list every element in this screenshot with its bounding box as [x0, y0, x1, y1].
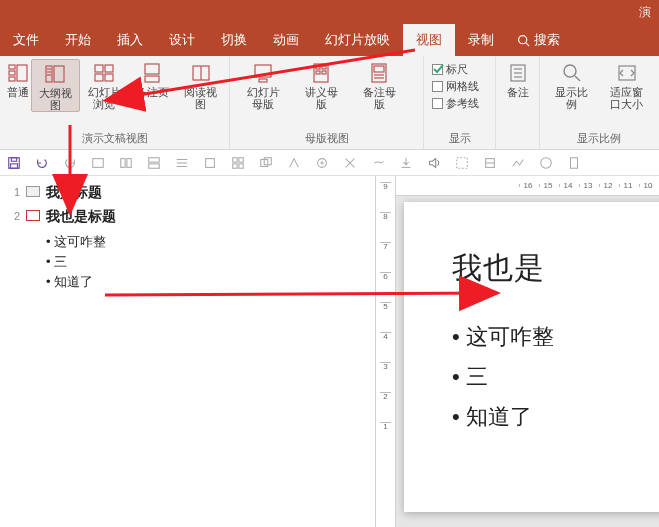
qat-btn-8[interactable]	[202, 155, 218, 171]
notes-master-button[interactable]: 备注母版	[350, 59, 408, 110]
qat-btn-15[interactable]	[398, 155, 414, 171]
svg-rect-24	[322, 71, 326, 74]
svg-rect-3	[9, 71, 15, 75]
svg-rect-37	[11, 157, 16, 161]
view-reading-button[interactable]: 阅读视图	[177, 59, 225, 110]
menu-home[interactable]: 开始	[52, 24, 104, 56]
zoom-button[interactable]: 显示比例	[544, 59, 599, 110]
svg-rect-13	[95, 74, 103, 81]
outline-bullet[interactable]: • 这可咋整	[46, 232, 365, 252]
ribbon-group-master-views: 幻灯片母版 讲义母版 备注母版 母版视图	[230, 56, 424, 149]
ruler-checkbox[interactable]: 标尺	[432, 62, 479, 77]
slide-area: 16 15 14 13 12 11 10 我也是 这可咋整 三 知道了	[396, 176, 659, 527]
svg-rect-22	[322, 66, 326, 69]
svg-rect-4	[9, 77, 15, 81]
fit-window-icon	[617, 63, 637, 83]
svg-rect-51	[239, 163, 243, 167]
reading-view-icon	[191, 63, 211, 83]
slide-bullet[interactable]: 三	[452, 357, 659, 397]
menu-insert[interactable]: 插入	[104, 24, 156, 56]
checkbox-icon	[432, 81, 443, 92]
view-notes-page-button[interactable]: 备注页	[128, 59, 176, 98]
qat-btn-12[interactable]	[314, 155, 330, 171]
svg-rect-35	[619, 66, 635, 80]
outline-item-1[interactable]: 1 我是标题	[10, 184, 365, 202]
menu-animations[interactable]: 动画	[260, 24, 312, 56]
qat-btn-5[interactable]	[118, 155, 134, 171]
qat-btn-13[interactable]	[342, 155, 358, 171]
slide-canvas[interactable]: 我也是 这可咋整 三 知道了	[404, 202, 659, 512]
slide-title[interactable]: 我也是	[452, 248, 659, 289]
group-label-show: 显示	[428, 129, 491, 149]
undo-button[interactable]	[34, 155, 50, 171]
horizontal-ruler: 16 15 14 13 12 11 10	[396, 176, 659, 196]
sound-button[interactable]	[426, 155, 442, 171]
save-button[interactable]	[6, 155, 22, 171]
outline-item-2[interactable]: 2 我也是标题	[10, 208, 365, 226]
svg-rect-18	[255, 65, 271, 77]
qat-btn-11[interactable]	[286, 155, 302, 171]
search-icon	[517, 34, 530, 47]
slide-bullet[interactable]: 这可咋整	[452, 317, 659, 357]
search-box[interactable]: 搜索	[507, 24, 560, 56]
view-slide-sorter-button[interactable]: 幻灯片浏览	[80, 59, 128, 110]
handout-master-button[interactable]: 讲义母版	[292, 59, 350, 110]
qat-btn-19[interactable]	[510, 155, 526, 171]
notes-button[interactable]: 备注	[500, 59, 535, 98]
svg-point-60	[541, 157, 552, 168]
svg-rect-19	[259, 79, 267, 82]
menu-view[interactable]: 视图	[403, 24, 455, 56]
qat-btn-7[interactable]	[174, 155, 190, 171]
handout-master-icon	[311, 63, 331, 83]
qat-btn-10[interactable]	[258, 155, 274, 171]
menu-record[interactable]: 录制	[455, 24, 507, 56]
svg-rect-23	[316, 71, 320, 74]
svg-rect-47	[206, 158, 215, 167]
notes-icon	[508, 63, 528, 83]
outline-bullet[interactable]: • 三	[46, 252, 365, 272]
view-normal-button[interactable]: 普通	[4, 59, 31, 98]
view-outline-button[interactable]: 大纲视图	[31, 59, 80, 112]
slide-bullet[interactable]: 知道了	[452, 397, 659, 437]
svg-rect-5	[17, 65, 27, 81]
qat-btn-14[interactable]	[370, 155, 386, 171]
ribbon: 普通 大纲视图 幻灯片浏览 备注页 阅读视图 演示文稿视图	[0, 56, 659, 150]
svg-point-0	[519, 35, 527, 43]
ribbon-group-zoom: 显示比例 适应窗口大小 显示比例	[540, 56, 658, 149]
slide-bullets[interactable]: 这可咋整 三 知道了	[452, 317, 659, 437]
gridlines-checkbox[interactable]: 网格线	[432, 79, 479, 94]
ribbon-group-presentation-views: 普通 大纲视图 幻灯片浏览 备注页 阅读视图 演示文稿视图	[0, 56, 230, 149]
svg-rect-16	[145, 76, 159, 82]
slide-thumb-icon	[26, 186, 40, 197]
redo-button[interactable]	[62, 155, 78, 171]
qat-btn-17[interactable]	[454, 155, 470, 171]
slide-master-button[interactable]: 幻灯片母版	[234, 59, 292, 110]
slide-thumb-icon	[26, 210, 40, 221]
checkbox-icon	[432, 98, 443, 109]
menu-file[interactable]: 文件	[0, 24, 52, 56]
svg-rect-43	[149, 163, 160, 167]
svg-line-1	[526, 42, 529, 45]
svg-point-33	[564, 65, 576, 77]
menu-transitions[interactable]: 切换	[208, 24, 260, 56]
group-label-zoom: 显示比例	[544, 129, 654, 149]
qat-btn-9[interactable]	[230, 155, 246, 171]
svg-rect-2	[9, 65, 15, 69]
svg-rect-15	[145, 64, 159, 74]
qat-btn-6[interactable]	[146, 155, 162, 171]
menu-slideshow[interactable]: 幻灯片放映	[312, 24, 403, 56]
svg-rect-38	[11, 163, 18, 167]
outline-bullet[interactable]: • 知道了	[46, 272, 365, 292]
fit-window-button[interactable]: 适应窗口大小	[599, 59, 654, 110]
svg-rect-42	[149, 157, 160, 161]
menu-design[interactable]: 设计	[156, 24, 208, 56]
svg-rect-40	[121, 158, 125, 167]
qat-btn-18[interactable]	[482, 155, 498, 171]
qat-btn-20[interactable]	[538, 155, 554, 171]
qat-btn-21[interactable]	[566, 155, 582, 171]
title-bar: 演	[0, 0, 659, 24]
outline-pane[interactable]: 1 我是标题 2 我也是标题 • 这可咋整 • 三 • 知道了	[0, 176, 376, 527]
ribbon-group-notes: 备注	[496, 56, 540, 149]
guides-checkbox[interactable]: 参考线	[432, 96, 479, 111]
qat-btn-4[interactable]	[90, 155, 106, 171]
